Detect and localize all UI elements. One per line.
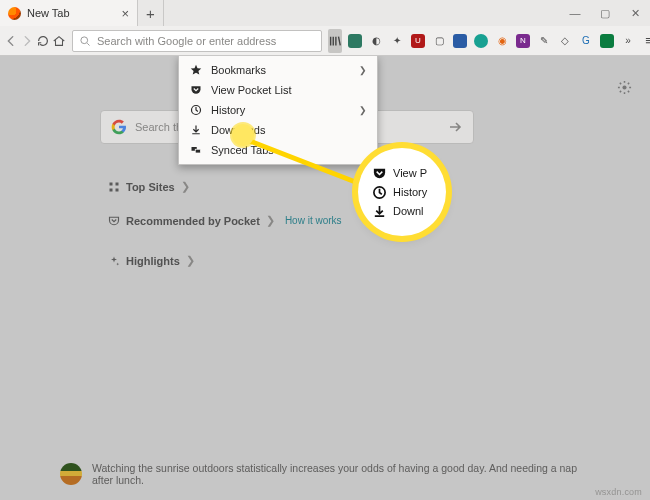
- watermark: wsxdn.com: [595, 487, 642, 497]
- customize-gear-icon[interactable]: [617, 80, 632, 95]
- recommended-header[interactable]: Recommended by Pocket ❯ How it works: [108, 214, 342, 227]
- ext-icon[interactable]: ✦: [390, 34, 404, 48]
- ext-icon[interactable]: ◐: [369, 34, 383, 48]
- window-close-button[interactable]: ✕: [620, 0, 650, 26]
- reload-button[interactable]: [36, 31, 50, 51]
- snippet-thumbnail: [60, 463, 82, 485]
- menu-item-label: Synced Tabs: [211, 144, 274, 156]
- chevron-right-icon: ❯: [181, 180, 190, 193]
- magnifier-label: History: [393, 186, 427, 198]
- window-maximize-button[interactable]: ▢: [590, 0, 620, 26]
- library-button[interactable]: [328, 29, 342, 53]
- svg-point-4: [622, 85, 626, 89]
- clock-icon: [372, 185, 387, 200]
- svg-rect-6: [116, 182, 119, 185]
- browser-tab[interactable]: New Tab ×: [0, 0, 138, 26]
- ext-icon[interactable]: ◉: [495, 34, 509, 48]
- firefox-favicon-icon: [8, 7, 21, 20]
- menu-item-downloads[interactable]: Downloads: [179, 120, 377, 140]
- chevron-right-icon: ❯: [266, 214, 275, 227]
- star-icon: [189, 64, 203, 76]
- how-it-works-link[interactable]: How it works: [285, 215, 342, 226]
- ext-icon[interactable]: G: [579, 34, 593, 48]
- ext-icon[interactable]: ◇: [558, 34, 572, 48]
- download-icon: [189, 124, 203, 136]
- ext-icon[interactable]: N: [516, 34, 530, 48]
- address-bar[interactable]: Search with Google or enter address: [72, 30, 322, 52]
- menu-button[interactable]: ≡: [642, 34, 650, 48]
- svg-point-0: [81, 36, 88, 43]
- close-tab-icon[interactable]: ×: [121, 6, 129, 21]
- clock-icon: [189, 104, 203, 116]
- menu-item-synced-tabs[interactable]: Synced Tabs: [179, 140, 377, 160]
- pocket-icon: [189, 84, 203, 96]
- address-bar-placeholder: Search with Google or enter address: [97, 35, 276, 47]
- search-icon: [79, 35, 91, 47]
- menu-item-label: History: [211, 104, 245, 116]
- chevron-right-icon: ❯: [186, 254, 195, 267]
- pocket-icon: [372, 166, 387, 181]
- menu-item-pocket[interactable]: View Pocket List: [179, 80, 377, 100]
- magnifier-row-history: History: [372, 183, 442, 202]
- search-submit-icon[interactable]: [447, 119, 463, 135]
- ext-icon[interactable]: »: [621, 34, 635, 48]
- magnifier-label: View P: [393, 167, 427, 179]
- ext-icon[interactable]: ▢: [432, 34, 446, 48]
- svg-rect-8: [116, 188, 119, 191]
- menu-item-label: View Pocket List: [211, 84, 292, 96]
- annotation-magnifier: View P History Downl: [362, 152, 442, 232]
- chevron-right-icon: ❯: [359, 65, 367, 75]
- menu-item-label: Downloads: [211, 124, 265, 136]
- back-button[interactable]: [4, 31, 18, 51]
- ext-icon[interactable]: [348, 34, 362, 48]
- menu-item-bookmarks[interactable]: Bookmarks ❯: [179, 60, 377, 80]
- svg-rect-3: [195, 149, 200, 153]
- chevron-right-icon: ❯: [359, 105, 367, 115]
- snippet-text: Watching the sunrise outdoors statistica…: [92, 462, 590, 486]
- magnifier-row-downloads: Downl: [372, 202, 442, 221]
- ext-icon[interactable]: [474, 34, 488, 48]
- library-menu: Bookmarks ❯ View Pocket List History ❯ D…: [178, 56, 378, 165]
- magnifier-row-pocket: View P: [372, 164, 442, 183]
- sparkle-icon: [108, 255, 120, 267]
- menu-item-label: Bookmarks: [211, 64, 266, 76]
- tab-title: New Tab: [27, 7, 115, 19]
- toolbar: Search with Google or enter address ◐ ✦ …: [0, 26, 650, 56]
- window-minimize-button[interactable]: —: [560, 0, 590, 26]
- ext-icon[interactable]: ✎: [537, 34, 551, 48]
- new-tab-page: Bookmarks ❯ View Pocket List History ❯ D…: [0, 56, 650, 500]
- new-tab-button[interactable]: +: [138, 0, 164, 26]
- svg-rect-7: [110, 188, 113, 191]
- section-label: Highlights: [126, 255, 180, 267]
- magnifier-label: Downl: [393, 205, 424, 217]
- svg-rect-5: [110, 182, 113, 185]
- ext-icon[interactable]: [453, 34, 467, 48]
- titlebar: New Tab × + — ▢ ✕: [0, 0, 650, 26]
- extension-icons: ◐ ✦ U ▢ ◉ N ✎ ◇ G » ≡: [348, 34, 650, 48]
- synced-tabs-icon: [189, 144, 203, 156]
- google-icon: [111, 119, 127, 135]
- section-label: Recommended by Pocket: [126, 215, 260, 227]
- top-sites-header[interactable]: Top Sites ❯: [108, 180, 190, 193]
- ext-icon[interactable]: [600, 34, 614, 48]
- download-icon: [372, 204, 387, 219]
- window-controls: — ▢ ✕: [560, 0, 650, 26]
- grid-icon: [108, 181, 120, 193]
- snippet-bar: Watching the sunrise outdoors statistica…: [0, 462, 650, 486]
- highlights-header[interactable]: Highlights ❯: [108, 254, 195, 267]
- section-label: Top Sites: [126, 181, 175, 193]
- pocket-icon: [108, 215, 120, 227]
- ext-icon[interactable]: U: [411, 34, 425, 48]
- menu-item-history[interactable]: History ❯: [179, 100, 377, 120]
- home-button[interactable]: [52, 31, 66, 51]
- forward-button[interactable]: [20, 31, 34, 51]
